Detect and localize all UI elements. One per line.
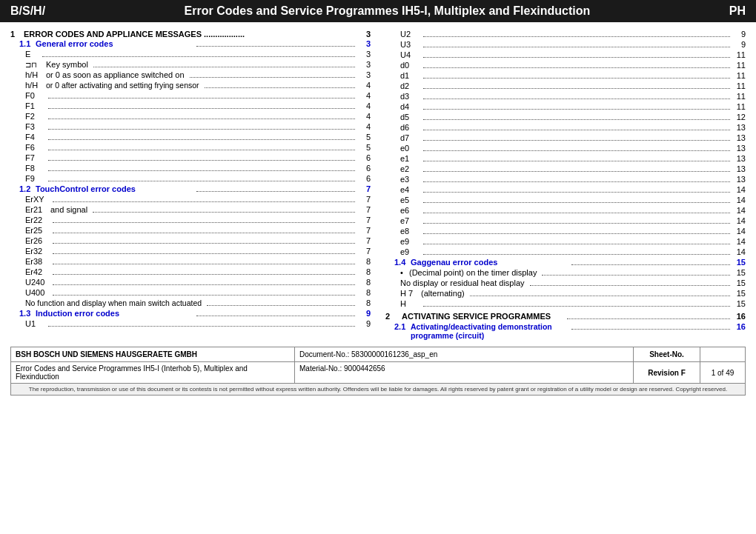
sheet-label-cell: Sheet-No. (634, 347, 700, 361)
subsection-page: 16 (732, 322, 746, 331)
toc-entry-decimal: • (Decimal point) on the timer display 1… (385, 268, 746, 278)
subsection-label: Induction error codes (36, 309, 194, 318)
toc-section-1: 1 ERROR CODES AND APPLIANCE MESSAGES ...… (10, 30, 371, 39)
toc-entry-F4: F45 (10, 133, 371, 142)
entry-code: F7 (25, 153, 46, 162)
toc-entry-e3: e313 (385, 175, 746, 184)
entry-code: Er22 (25, 216, 50, 224)
entry-code: U240 (25, 278, 50, 287)
entry-code: h/H (25, 70, 46, 79)
toc-entry-e7: e714 (385, 216, 746, 226)
entry-code: e5 (400, 196, 421, 204)
entry-code: e9 (400, 247, 421, 256)
toc-entry-Er38: Er388 (10, 257, 371, 267)
entry-code: Er21 (25, 205, 50, 214)
document-footer: BSH BOSCH UND SIEMENS HAUSGERAETE GMBH D… (10, 347, 746, 396)
toc-entry-e1: e113 (385, 154, 746, 164)
toc-entry-E: E 3 (10, 50, 371, 59)
document-title: Error Codes and Service Programmes IH5-I… (67, 4, 707, 18)
entry-code: E (25, 50, 40, 59)
toc-entry-Er25: Er257 (10, 226, 371, 236)
material-no-label: Material-No.: (299, 364, 342, 373)
toc-entry-H7: H 7 (alternating) 15 (385, 289, 746, 298)
toc-entry-ErXY: ErXY7 (10, 195, 371, 204)
document-code: PH (729, 4, 746, 18)
toc-entry-U2: U29 (385, 30, 746, 39)
subsection-num: 1.1 (19, 39, 33, 48)
entry-code: e7 (400, 216, 421, 225)
toc-entry-F1: F14 (10, 101, 371, 111)
toc-entry-no-display: No display or residual heat display 15 (385, 278, 746, 288)
entry-code: U1 (25, 319, 46, 328)
toc-entry-e0: e013 (385, 144, 746, 153)
section-page: 16 (732, 312, 746, 321)
entry-label: or 0 as soon as appliance switched on (46, 70, 185, 79)
toc-subsection-1-1: 1.1 General error codes 3 (10, 39, 371, 49)
toc-entry-Er22: Er227 (10, 216, 371, 225)
toc-entry-d3: d311 (385, 92, 746, 101)
entry-code: h/H (25, 81, 46, 90)
toc-entry-U3: U39 (385, 40, 746, 50)
toc-entry-Er26: Er267 (10, 236, 371, 246)
toc-entry-e9b: e914 (385, 247, 746, 257)
toc-entry-d1: d111 (385, 71, 746, 81)
subsection-num: 2.1 (394, 322, 408, 331)
entry-code: Er38 (25, 257, 50, 266)
entry-code: ⊐⊓ (25, 61, 46, 69)
toc-entry-key-symbol: ⊐⊓ Key symbol 3 (10, 60, 371, 70)
section-num: 2 (385, 312, 399, 321)
entry-code: F6 (25, 143, 46, 152)
sheet-value: 1 of 49 (712, 369, 735, 377)
entry-label: or 0 after activating and setting frying… (46, 81, 199, 90)
toc-entry-U4: U411 (385, 50, 746, 60)
toc-subsection-2-1: 2.1 Activating/deactivating demonstratio… (385, 322, 746, 340)
section-label: ERROR CODES AND APPLIANCE MESSAGES .....… (24, 30, 357, 39)
entry-code: • (400, 268, 409, 277)
footer-row-1: BSH BOSCH UND SIEMENS HAUSGERAETE GMBH D… (11, 347, 745, 362)
entry-code: Er32 (25, 247, 50, 256)
footer-row-2: Error Codes and Service Programmes IH5-I… (11, 362, 745, 383)
entry-code: H 7 (400, 289, 421, 298)
entry-code: F9 (25, 174, 46, 183)
subsection-page: 7 (357, 184, 371, 193)
entry-code: d2 (400, 81, 421, 90)
entry-code: F8 (25, 164, 46, 173)
toc-entry-d4: d411 (385, 102, 746, 112)
subsection-label: General error codes (36, 39, 194, 48)
toc-entry-U1: U19 (10, 319, 371, 329)
toc-entry-e5: e514 (385, 196, 746, 205)
toc-entry-e6: e614 (385, 206, 746, 216)
company-name: BSH BOSCH UND SIEMENS HAUSGERAETE GMBH (11, 347, 295, 361)
subsection-label: Activating/deactivating demonstration pr… (411, 322, 569, 340)
entry-label: No display or residual heat display (400, 278, 525, 287)
page-header: B/S/H/ Error Codes and Service Programme… (0, 0, 756, 22)
entry-code: U3 (400, 40, 421, 49)
toc-entry-F7: F76 (10, 153, 371, 163)
entry-code: d5 (400, 113, 421, 121)
toc-entry-F9: F96 (10, 174, 371, 184)
entry-code: F2 (25, 112, 46, 121)
disclaimer-content: The reproduction, transmission or use of… (29, 386, 727, 393)
subsection-label: Gaggenau error codes (411, 258, 569, 267)
subsection-num: 1.4 (394, 258, 408, 267)
toc-subsection-1-3: 1.3 Induction error codes 9 (10, 309, 371, 318)
brand-name: B/S/H/ (10, 4, 45, 18)
sheet-label: Sheet-No. (649, 350, 684, 358)
toc-entry-U240: U2408 (10, 278, 371, 287)
main-content: 1 ERROR CODES AND APPLIANCE MESSAGES ...… (0, 22, 756, 341)
description-line2: Flexinduction (16, 373, 290, 381)
entry-code: U400 (25, 288, 50, 297)
revision-value: Revision F (648, 369, 686, 377)
toc-entry-d0: d011 (385, 61, 746, 70)
entry-code: F3 (25, 122, 46, 131)
revision-cell: Revision F (634, 362, 700, 383)
entry-code: e6 (400, 206, 421, 215)
toc-entry-e8: e814 (385, 227, 746, 236)
entry-label: No function and display when main switch… (25, 298, 202, 307)
entry-label: (alternating) (421, 289, 465, 298)
toc-entry-Er42: Er428 (10, 267, 371, 277)
toc-entry-e9a: e914 (385, 237, 746, 247)
entry-code: F0 (25, 91, 46, 100)
entry-code: e2 (400, 164, 421, 173)
toc-entry-H: H15 (385, 299, 746, 309)
